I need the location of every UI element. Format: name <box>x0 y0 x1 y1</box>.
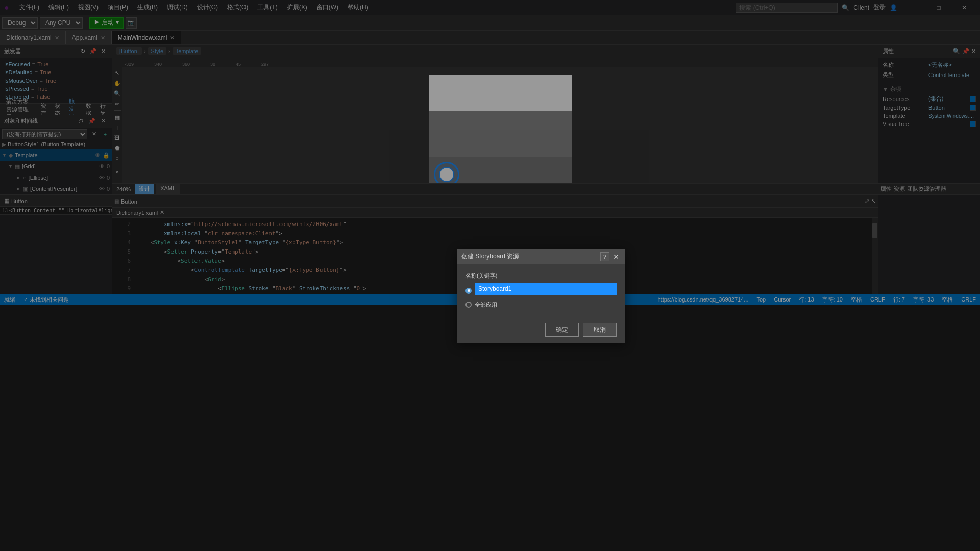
modal-cancel-button[interactable]: 取消 <box>583 323 617 337</box>
modal-buttons: 确定 取消 <box>457 319 625 343</box>
modal-title-bar: 创建 Storyboard 资源 ? ✕ <box>457 249 625 264</box>
modal-radio-all[interactable] <box>465 302 472 308</box>
modal-close-button[interactable]: ✕ <box>611 252 621 261</box>
modal-radio-storyboard-row <box>465 283 617 299</box>
modal-field-label: 名称(关键字) <box>465 272 617 280</box>
modal-confirm-button[interactable]: 确定 <box>545 323 579 337</box>
modal-overlay: 创建 Storyboard 资源 ? ✕ 名称(关键字) 全部应用 确定 取消 <box>0 0 980 551</box>
create-storyboard-modal: 创建 Storyboard 资源 ? ✕ 名称(关键字) 全部应用 确定 取消 <box>457 249 625 343</box>
modal-body: 名称(关键字) 全部应用 <box>457 264 625 319</box>
modal-help-button[interactable]: ? <box>600 252 609 261</box>
modal-radio-all-label: 全部应用 <box>475 301 497 309</box>
modal-name-input[interactable] <box>475 283 617 295</box>
modal-radio-storyboard[interactable] <box>465 288 472 294</box>
modal-title: 创建 Storyboard 资源 <box>461 252 598 261</box>
modal-radio-all-row: 全部应用 <box>465 301 617 309</box>
